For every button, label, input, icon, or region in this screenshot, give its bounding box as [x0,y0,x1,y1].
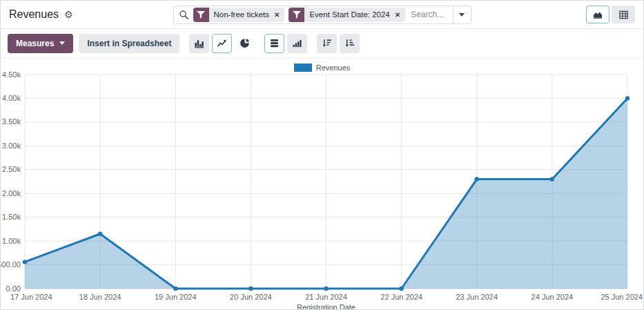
svg-text:1.50k: 1.50k [2,213,21,221]
svg-text:19 Jun 2024: 19 Jun 2024 [155,293,197,301]
chart-legend[interactable]: Revenues [1,58,643,72]
graph-toolbar: Measures Insert in Spreadsheet [1,29,643,58]
gear-icon[interactable]: ⚙ [64,10,73,19]
sort-descending-button[interactable] [317,34,337,53]
stacked-toggle-button[interactable] [264,34,284,53]
pivot-table-icon [618,10,629,20]
svg-text:4.50k: 4.50k [2,72,21,79]
chart-section: Revenues 0.00500.001.00k1.50k2.00k2.50k3… [1,58,643,310]
pie-chart-icon [240,38,250,48]
facet-remove-icon[interactable]: ✕ [274,11,284,19]
insert-in-spreadsheet-button[interactable]: Insert in Spreadsheet [79,34,179,53]
svg-text:25 Jun 2024: 25 Jun 2024 [601,293,643,301]
search-bar: Non-free tickets ✕ Event Start Date: 202… [173,6,471,24]
svg-text:2.00k: 2.00k [2,189,21,197]
measures-label: Measures [16,39,54,48]
control-panel-header: Revenues ⚙ Non-free tickets ✕ Event Star… [1,1,643,29]
svg-text:3.50k: 3.50k [2,117,21,126]
breadcrumb: Revenues ⚙ [9,8,173,21]
svg-text:0.00: 0.00 [6,284,21,293]
facet-label: Non-free tickets [209,10,275,19]
pivot-view-button[interactable] [612,6,635,23]
filter-funnel-icon [289,8,304,22]
svg-text:500.00: 500.00 [1,260,21,269]
svg-text:3.00k: 3.00k [2,142,21,150]
revenues-area-chart[interactable]: 0.00500.001.00k1.50k2.00k2.50k3.00k3.50k… [1,72,644,310]
svg-text:2.50k: 2.50k [2,165,21,173]
revenues-graph-view: Revenues ⚙ Non-free tickets ✕ Event Star… [0,0,644,310]
page-title: Revenues [9,8,59,21]
sort-ascending-button[interactable] [340,34,360,53]
line-chart-icon [217,38,227,48]
search-dropdown-toggle[interactable] [453,6,471,23]
svg-text:23 Jun 2024: 23 Jun 2024 [456,293,498,301]
search-input[interactable] [405,10,452,19]
line-chart-button[interactable] [212,34,232,53]
search-facet-non-free-tickets: Non-free tickets ✕ [193,8,285,22]
svg-text:18 Jun 2024: 18 Jun 2024 [79,293,121,301]
cumulative-toggle-button[interactable] [287,34,307,53]
chevron-down-icon [459,13,465,17]
filter-funnel-icon [193,8,209,22]
stacked-icon [269,38,280,48]
legend-swatch [294,64,312,72]
chevron-down-icon [59,41,65,45]
bar-chart-icon [194,38,204,49]
cumulative-bars-icon [292,38,302,48]
search-facet-event-start-date: Event Start Date: 2024 ✕ [289,8,405,22]
svg-text:22 Jun 2024: 22 Jun 2024 [380,293,422,301]
legend-label: Revenues [316,64,351,72]
sort-descending-icon [322,38,332,48]
bar-chart-button[interactable] [189,34,209,53]
sort-ascending-icon [344,38,355,48]
svg-text:17 Jun 2024: 17 Jun 2024 [10,293,52,301]
svg-text:21 Jun 2024: 21 Jun 2024 [305,293,347,301]
svg-text:24 Jun 2024: 24 Jun 2024 [531,293,574,301]
search-icon [179,10,189,20]
facet-label: Event Start Date: 2024 [304,10,394,19]
svg-text:1.00k: 1.00k [2,237,21,245]
pie-chart-button[interactable] [235,34,255,53]
facet-remove-icon[interactable]: ✕ [395,11,405,19]
graph-view-button[interactable] [586,6,609,23]
svg-text:20 Jun 2024: 20 Jun 2024 [230,293,272,301]
svg-text:Registration Date: Registration Date [297,303,355,310]
area-chart-icon [592,10,603,19]
view-switcher [471,6,636,23]
measures-button[interactable]: Measures [8,34,73,53]
svg-text:4.00k: 4.00k [2,94,21,102]
